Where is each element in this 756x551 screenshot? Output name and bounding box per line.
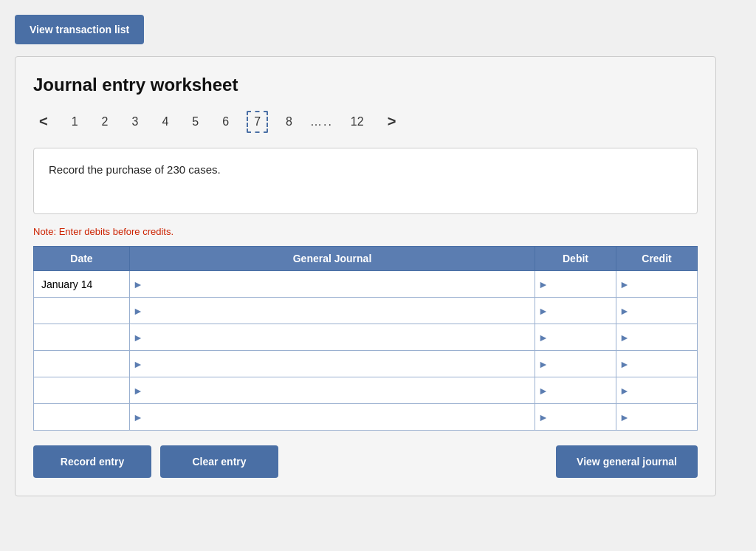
page-8[interactable]: 8 bbox=[280, 112, 298, 131]
debit-input-6[interactable] bbox=[551, 404, 616, 430]
debit-cell-2: ► bbox=[535, 298, 616, 324]
credit-input-5[interactable] bbox=[633, 377, 697, 403]
page-12[interactable]: 12 bbox=[345, 112, 370, 131]
journal-cell-2: ► bbox=[130, 298, 535, 324]
journal-cell-4: ► bbox=[130, 351, 535, 377]
cell-arrow-icon: ► bbox=[616, 358, 633, 370]
col-header-credit: Credit bbox=[616, 247, 698, 271]
page-5[interactable]: 5 bbox=[186, 112, 205, 131]
action-buttons-row: Record entry Clear entry View general jo… bbox=[33, 445, 698, 478]
cell-arrow-icon: ► bbox=[535, 358, 551, 370]
debit-input-4[interactable] bbox=[551, 351, 616, 377]
cell-arrow-icon: ► bbox=[130, 358, 146, 370]
credit-cell-1: ► bbox=[616, 271, 698, 298]
journal-cell-5: ► bbox=[130, 377, 535, 404]
cell-arrow-icon: ► bbox=[535, 332, 551, 343]
debit-input-5[interactable] bbox=[551, 377, 616, 403]
top-bar: View transaction list bbox=[15, 15, 741, 44]
clear-entry-button[interactable]: Clear entry bbox=[160, 445, 278, 478]
cell-arrow-icon: ► bbox=[130, 305, 146, 317]
table-row: ► ► ► bbox=[34, 377, 698, 404]
cell-arrow-icon: ► bbox=[616, 278, 633, 290]
table-row: ► ► ► bbox=[34, 324, 698, 351]
credit-cell-6: ► bbox=[616, 404, 698, 431]
cell-arrow-icon: ► bbox=[130, 332, 146, 343]
page-2[interactable]: 2 bbox=[96, 112, 114, 131]
journal-table: Date General Journal Debit Credit Januar… bbox=[33, 246, 698, 431]
debit-input-1[interactable] bbox=[551, 271, 616, 297]
cell-arrow-icon: ► bbox=[616, 332, 633, 343]
debit-cell-3: ► bbox=[535, 324, 616, 351]
journal-cell-3: ► bbox=[130, 324, 535, 351]
cell-arrow-icon: ► bbox=[616, 305, 633, 317]
record-entry-button[interactable]: Record entry bbox=[33, 445, 151, 478]
journal-input-2[interactable] bbox=[146, 298, 535, 324]
cell-arrow-icon: ► bbox=[130, 385, 146, 397]
journal-input-6[interactable] bbox=[146, 404, 535, 430]
table-row: January 14 ► ► ► bbox=[34, 271, 698, 298]
page-7-active[interactable]: 7 bbox=[247, 111, 268, 133]
page-3[interactable]: 3 bbox=[126, 112, 145, 131]
date-cell-4 bbox=[34, 351, 130, 377]
worksheet-container: Journal entry worksheet < 1 2 3 4 5 6 7 … bbox=[15, 56, 716, 496]
journal-input-5[interactable] bbox=[146, 377, 535, 403]
next-page-button[interactable]: > bbox=[382, 110, 402, 133]
credit-input-3[interactable] bbox=[633, 324, 697, 350]
cell-arrow-icon: ► bbox=[535, 411, 551, 423]
cell-arrow-icon: ► bbox=[535, 305, 551, 317]
journal-input-1[interactable] bbox=[146, 271, 535, 297]
col-header-date: Date bbox=[34, 247, 130, 271]
journal-cell-1: ► bbox=[130, 271, 535, 298]
table-header-row: Date General Journal Debit Credit bbox=[34, 247, 698, 271]
pagination-ellipsis: ….. bbox=[310, 115, 333, 129]
col-header-debit: Debit bbox=[535, 247, 616, 271]
view-general-journal-button[interactable]: View general journal bbox=[556, 445, 698, 478]
view-transaction-list-button[interactable]: View transaction list bbox=[15, 15, 144, 44]
date-cell-1: January 14 bbox=[34, 271, 130, 298]
date-cell-3 bbox=[34, 324, 130, 351]
date-cell-5 bbox=[34, 377, 130, 404]
table-row: ► ► ► bbox=[34, 351, 698, 377]
credit-cell-5: ► bbox=[616, 377, 698, 404]
debit-input-2[interactable] bbox=[551, 298, 616, 324]
credit-input-6[interactable] bbox=[633, 404, 697, 430]
page-6[interactable]: 6 bbox=[216, 112, 235, 131]
credit-input-2[interactable] bbox=[633, 298, 697, 324]
cell-arrow-icon: ► bbox=[130, 411, 146, 423]
page-1[interactable]: 1 bbox=[66, 112, 84, 131]
credit-cell-2: ► bbox=[616, 298, 698, 324]
debit-cell-4: ► bbox=[535, 351, 616, 377]
table-row: ► ► ► bbox=[34, 298, 698, 324]
col-header-journal: General Journal bbox=[130, 247, 535, 271]
worksheet-title: Journal entry worksheet bbox=[33, 75, 698, 95]
table-row: ► ► ► bbox=[34, 404, 698, 431]
cell-arrow-icon: ► bbox=[130, 278, 146, 290]
credit-input-4[interactable] bbox=[633, 351, 697, 377]
cell-arrow-icon: ► bbox=[535, 278, 551, 290]
page-4[interactable]: 4 bbox=[156, 112, 174, 131]
instruction-text: Record the purchase of 230 cases. bbox=[49, 163, 682, 176]
journal-input-4[interactable] bbox=[146, 351, 535, 377]
date-cell-2 bbox=[34, 298, 130, 324]
debit-cell-1: ► bbox=[535, 271, 616, 298]
journal-input-3[interactable] bbox=[146, 324, 535, 350]
cell-arrow-icon: ► bbox=[535, 385, 551, 397]
debit-cell-6: ► bbox=[535, 404, 616, 431]
cell-arrow-icon: ► bbox=[616, 411, 633, 423]
instruction-box: Record the purchase of 230 cases. bbox=[33, 148, 698, 214]
note-text: Note: Enter debits before credits. bbox=[33, 226, 698, 237]
pagination: < 1 2 3 4 5 6 7 8 ….. 12 > bbox=[33, 110, 698, 133]
credit-input-1[interactable] bbox=[633, 271, 697, 297]
journal-cell-6: ► bbox=[130, 404, 535, 431]
prev-page-button[interactable]: < bbox=[33, 110, 54, 133]
credit-cell-4: ► bbox=[616, 351, 698, 377]
debit-input-3[interactable] bbox=[551, 324, 616, 350]
credit-cell-3: ► bbox=[616, 324, 698, 351]
date-cell-6 bbox=[34, 404, 130, 431]
cell-arrow-icon: ► bbox=[616, 385, 633, 397]
debit-cell-5: ► bbox=[535, 377, 616, 404]
